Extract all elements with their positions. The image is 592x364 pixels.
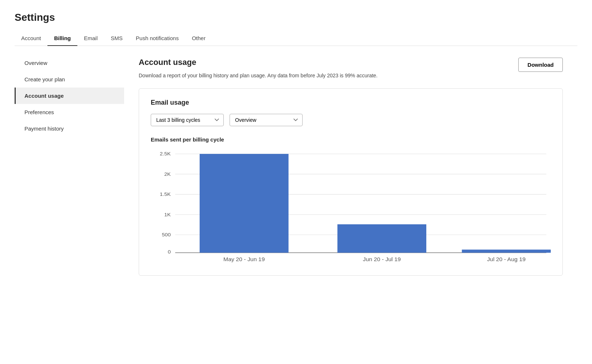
nav-email[interactable]: Email (77, 31, 104, 46)
card-subtitle: Email usage (151, 99, 551, 107)
sidebar: Overview Create your plan Account usage … (15, 46, 124, 338)
content-area: Overview Create your plan Account usage … (15, 46, 577, 338)
svg-text:1.5K: 1.5K (160, 192, 171, 197)
nav-sms[interactable]: SMS (104, 31, 130, 46)
page-container: Settings Account Billing Email SMS Push … (0, 0, 592, 338)
bar-chart: 2.5K 2K 1.5K 1K 500 0 (151, 148, 551, 265)
top-nav: Account Billing Email SMS Push notificat… (15, 31, 577, 46)
sidebar-item-preferences[interactable]: Preferences (15, 104, 124, 120)
bar-may-label: May 20 - Jun 19 (223, 257, 265, 263)
bar-aug-label: Jul 20 - Aug 19 (487, 257, 526, 263)
main-header-row: Account usage Download a report of your … (139, 58, 563, 80)
main-content: Account usage Download a report of your … (124, 46, 577, 338)
chart-container: 2.5K 2K 1.5K 1K 500 0 (151, 148, 551, 265)
svg-text:1K: 1K (164, 212, 171, 217)
svg-text:0: 0 (168, 249, 171, 255)
main-header-text: Account usage Download a report of your … (139, 58, 378, 80)
view-type-filter[interactable]: Overview Detail (230, 114, 303, 126)
svg-text:2K: 2K (164, 172, 171, 177)
email-usage-card: Email usage Last 3 billing cycles Last 6… (139, 88, 563, 276)
bar-jun (337, 224, 426, 253)
download-button[interactable]: Download (518, 58, 563, 72)
bar-jun-label: Jun 20 - Jul 19 (363, 257, 401, 263)
sidebar-item-create-plan[interactable]: Create your plan (15, 71, 124, 88)
sidebar-item-payment-history[interactable]: Payment history (15, 120, 124, 137)
filter-row: Last 3 billing cycles Last 6 billing cyc… (151, 114, 551, 126)
billing-cycle-filter[interactable]: Last 3 billing cycles Last 6 billing cyc… (151, 114, 224, 126)
nav-other[interactable]: Other (185, 31, 212, 46)
chart-title: Emails sent per billing cycle (151, 136, 551, 143)
sidebar-item-account-usage[interactable]: Account usage (15, 88, 124, 104)
section-title: Account usage (139, 58, 378, 67)
nav-push-notifications[interactable]: Push notifications (129, 31, 185, 46)
nav-account[interactable]: Account (15, 31, 47, 46)
bar-aug (462, 250, 551, 253)
section-desc: Download a report of your billing histor… (139, 71, 378, 80)
bar-may (200, 154, 289, 253)
sidebar-item-overview[interactable]: Overview (15, 55, 124, 71)
svg-text:2.5K: 2.5K (160, 151, 171, 156)
page-title: Settings (15, 12, 577, 23)
svg-text:500: 500 (162, 232, 171, 237)
nav-billing[interactable]: Billing (47, 31, 77, 46)
